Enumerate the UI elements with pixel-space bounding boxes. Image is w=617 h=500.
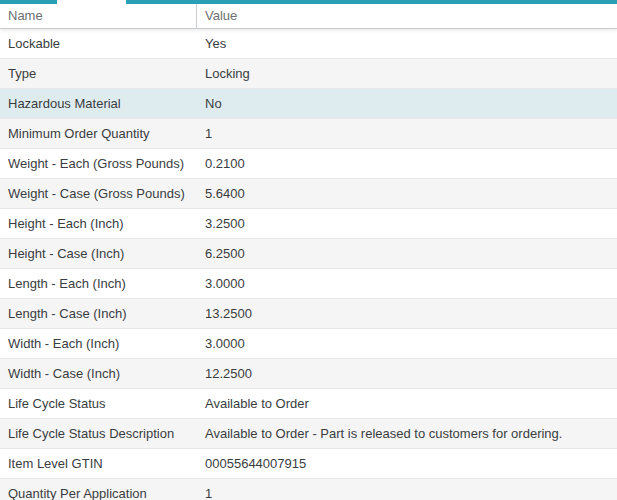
attribute-name-cell: Life Cycle Status [0, 396, 197, 411]
attribute-value-cell: Available to Order [197, 396, 617, 411]
attribute-value-cell: 3.2500 [197, 216, 617, 231]
table-row[interactable]: Height - Case (Inch)6.2500 [0, 239, 617, 269]
attribute-value-cell: Available to Order - Part is released to… [197, 426, 617, 441]
table-row[interactable]: Weight - Each (Gross Pounds)0.2100 [0, 149, 617, 179]
column-header-name[interactable]: Name [0, 4, 197, 28]
table-row[interactable]: Life Cycle Status DescriptionAvailable t… [0, 419, 617, 449]
attribute-name-cell: Minimum Order Quantity [0, 126, 197, 141]
table-row[interactable]: Quantity Per Application1 [0, 479, 617, 500]
attribute-name-cell: Life Cycle Status Description [0, 426, 197, 441]
attribute-value-cell: 1 [197, 126, 617, 141]
table-row[interactable]: Weight - Case (Gross Pounds)5.6400 [0, 179, 617, 209]
attribute-value-cell: 12.2500 [197, 366, 617, 381]
table-row[interactable]: Width - Case (Inch)12.2500 [0, 359, 617, 389]
attribute-value-cell: 0.2100 [197, 156, 617, 171]
attribute-name-cell: Height - Case (Inch) [0, 246, 197, 261]
attribute-name-cell: Height - Each (Inch) [0, 216, 197, 231]
attribute-value-cell: 3.0000 [197, 336, 617, 351]
attribute-name-cell: Quantity Per Application [0, 486, 197, 500]
table-header: Name Value [0, 4, 617, 29]
attribute-name-cell: Item Level GTIN [0, 456, 197, 471]
attribute-value-cell: 5.6400 [197, 186, 617, 201]
attribute-name-cell: Width - Each (Inch) [0, 336, 197, 351]
attribute-value-cell: 1 [197, 486, 617, 500]
attributes-panel: Name Value LockableYesTypeLockingHazardo… [0, 0, 617, 500]
table-body: LockableYesTypeLockingHazardous Material… [0, 29, 617, 500]
attribute-value-cell: 6.2500 [197, 246, 617, 261]
attribute-name-cell: Width - Case (Inch) [0, 366, 197, 381]
table-row[interactable]: Minimum Order Quantity1 [0, 119, 617, 149]
attribute-name-cell: Length - Each (Inch) [0, 276, 197, 291]
attribute-name-cell: Weight - Each (Gross Pounds) [0, 156, 197, 171]
attribute-name-cell: Lockable [0, 36, 197, 51]
attribute-name-cell: Weight - Case (Gross Pounds) [0, 186, 197, 201]
table-row[interactable]: Hazardous MaterialNo [0, 89, 617, 119]
attribute-value-cell: Locking [197, 66, 617, 81]
table-row[interactable]: Life Cycle StatusAvailable to Order [0, 389, 617, 419]
attribute-name-cell: Length - Case (Inch) [0, 306, 197, 321]
attribute-value-cell: Yes [197, 36, 617, 51]
attribute-value-cell: 00055644007915 [197, 456, 617, 471]
table-row[interactable]: TypeLocking [0, 59, 617, 89]
attribute-name-cell: Type [0, 66, 197, 81]
attribute-value-cell: 13.2500 [197, 306, 617, 321]
attribute-name-cell: Hazardous Material [0, 96, 197, 111]
table-row[interactable]: Width - Each (Inch)3.0000 [0, 329, 617, 359]
table-row[interactable]: Height - Each (Inch)3.2500 [0, 209, 617, 239]
attribute-value-cell: 3.0000 [197, 276, 617, 291]
column-header-value[interactable]: Value [197, 4, 617, 28]
attribute-value-cell: No [197, 96, 617, 111]
table-row[interactable]: Item Level GTIN00055644007915 [0, 449, 617, 479]
table-row[interactable]: LockableYes [0, 29, 617, 59]
table-row[interactable]: Length - Case (Inch)13.2500 [0, 299, 617, 329]
table-row[interactable]: Length - Each (Inch)3.0000 [0, 269, 617, 299]
